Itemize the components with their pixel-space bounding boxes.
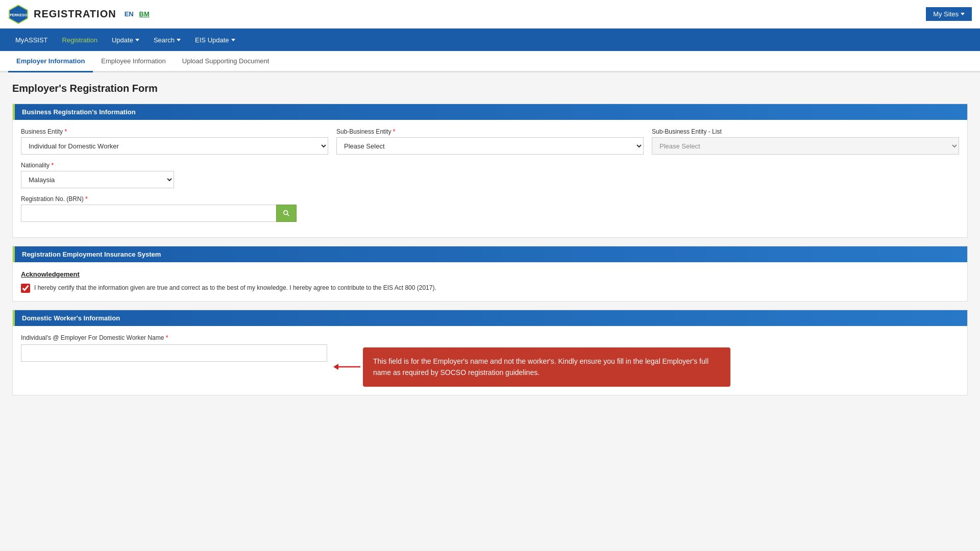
nav-eis-update[interactable]: EIS Update (188, 29, 242, 51)
nationality-group: Nationality * Malaysia (21, 162, 174, 188)
entity-row: Business Entity * Individual for Domesti… (21, 128, 959, 155)
page-title: Employer's Registration Form (12, 83, 968, 94)
tooltip-popup: This field is for the Employer's name an… (363, 347, 730, 387)
eis-section: Registration Employment Insurance System… (12, 246, 968, 302)
eis-header: Registration Employment Insurance System (13, 246, 967, 262)
main-content: Employer's Registration Form Business Re… (0, 72, 980, 550)
business-registration-header: Business Registration's Information (13, 104, 967, 120)
app-title: REGISTRATION (34, 8, 116, 20)
nationality-row: Nationality * Malaysia (21, 162, 959, 188)
nav-registration[interactable]: Registration (55, 29, 105, 51)
nationality-select[interactable]: Malaysia (21, 171, 174, 188)
logo-area: PERKESO REGISTRATION (8, 4, 116, 24)
eis-chevron-icon (231, 39, 235, 41)
nav-search[interactable]: Search (146, 29, 188, 51)
business-entity-label: Business Entity * (21, 128, 328, 135)
acknowledgement-title: Acknowledgement (21, 270, 959, 278)
brn-input-group (21, 205, 297, 222)
tabs-bar: Employer Information Employee Informatio… (0, 51, 980, 72)
acknowledgement-text: I hereby certify that the information gi… (34, 283, 436, 292)
employer-name-required: * (166, 334, 168, 341)
tooltip-arrow-icon (332, 361, 363, 373)
search-icon (283, 210, 290, 217)
nationality-label: Nationality * (21, 162, 174, 169)
sub-business-entity-select[interactable]: Please Select (336, 137, 644, 155)
perkeso-logo: PERKESO (8, 4, 29, 24)
brn-search-button[interactable] (276, 205, 297, 222)
lang-en[interactable]: EN (125, 10, 134, 18)
sub-business-entity-list-group: Sub-Business Entity - List Please Select (652, 128, 959, 155)
brn-input[interactable] (21, 205, 276, 222)
lang-switcher: EN BM (125, 10, 150, 18)
brn-label: Registration No. (BRN) * (21, 195, 297, 203)
lang-bm[interactable]: BM (139, 10, 150, 18)
nationality-required: * (51, 162, 54, 169)
domestic-worker-header: Domestic Worker's Information (13, 310, 967, 326)
svg-text:PERKESO: PERKESO (10, 13, 28, 17)
sub-business-entity-label: Sub-Business Entity * (336, 128, 644, 135)
top-bar: PERKESO REGISTRATION EN BM My Sites (0, 0, 980, 29)
svg-point-2 (284, 211, 288, 215)
svg-line-3 (287, 214, 289, 216)
svg-marker-5 (333, 364, 338, 370)
sub-business-entity-group: Sub-Business Entity * Please Select (336, 128, 644, 155)
business-form-body: Business Entity * Individual for Domesti… (13, 120, 967, 237)
employer-name-label: Individual's @ Employer For Domestic Wor… (21, 334, 959, 341)
tab-employer-info[interactable]: Employer Information (8, 51, 93, 72)
tab-employee-info[interactable]: Employee Information (93, 51, 174, 72)
sub-business-entity-list-select[interactable]: Please Select (652, 137, 959, 155)
sub-business-entity-list-label: Sub-Business Entity - List (652, 128, 959, 135)
business-entity-group: Business Entity * Individual for Domesti… (21, 128, 328, 155)
business-entity-select[interactable]: Individual for Domestic Worker (21, 137, 328, 155)
mysites-chevron-icon (961, 13, 965, 15)
brn-group: Registration No. (BRN) * (21, 195, 297, 222)
acknowledgement-section: Acknowledgement I hereby certify that th… (13, 262, 967, 301)
tab-upload-document[interactable]: Upload Supporting Document (174, 51, 278, 72)
business-entity-required: * (64, 128, 67, 135)
domestic-worker-section: Domestic Worker's Information Individual… (12, 310, 968, 395)
mysites-button[interactable]: My Sites (926, 7, 972, 21)
search-chevron-icon (177, 39, 181, 41)
brn-required: * (85, 195, 88, 203)
nav-bar: MyASSIST Registration Update Search EIS … (0, 29, 980, 51)
business-registration-section: Business Registration's Information Busi… (12, 104, 968, 238)
brn-row: Registration No. (BRN) * (21, 195, 959, 222)
update-chevron-icon (135, 39, 139, 41)
employer-name-input[interactable] (21, 344, 327, 362)
sub-entity-required: * (393, 128, 396, 135)
acknowledgement-checkbox[interactable] (21, 284, 30, 293)
nav-myassist[interactable]: MyASSIST (8, 29, 55, 51)
acknowledgement-row: I hereby certify that the information gi… (21, 283, 959, 293)
domestic-worker-form-body: Individual's @ Employer For Domestic Wor… (13, 326, 967, 395)
nav-update[interactable]: Update (105, 29, 146, 51)
